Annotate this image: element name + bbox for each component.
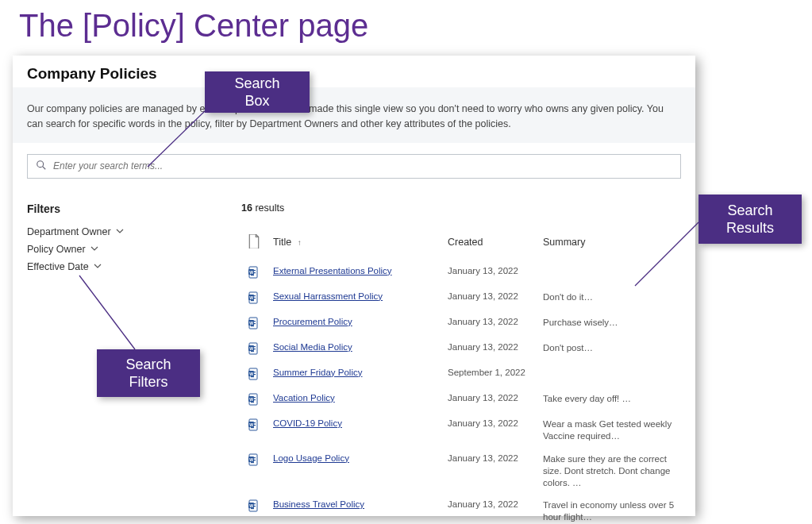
result-created: January 13, 2022 <box>441 286 537 311</box>
result-created: September 1, 2022 <box>441 362 537 387</box>
result-summary: Take every day off! … <box>537 387 681 413</box>
chevron-down-icon <box>94 261 102 272</box>
svg-rect-35 <box>251 402 254 403</box>
result-title-link[interactable]: Business Travel Policy <box>273 499 364 509</box>
result-title-link[interactable]: Logo Usage Policy <box>273 453 349 463</box>
filter-label: Department Owner <box>27 226 111 237</box>
filter-department-owner[interactable]: Department Owner <box>27 223 210 241</box>
results-count-number: 16 <box>241 202 252 214</box>
callout-search-filters: SearchFilters <box>97 349 200 397</box>
result-title-link[interactable]: Procurement Policy <box>273 317 352 326</box>
result-summary: Travel in economy unless over 5 hour fli… <box>537 494 681 524</box>
result-summary <box>537 362 681 387</box>
filters-heading: Filters <box>27 202 210 215</box>
svg-line-1 <box>43 166 46 169</box>
svg-rect-23 <box>251 351 254 352</box>
table-row: WSummer Friday PolicySeptember 1, 2022 <box>241 362 681 387</box>
column-header-created[interactable]: Created <box>441 231 537 260</box>
svg-text:W: W <box>249 422 253 426</box>
result-summary: Don't do it… <box>537 286 681 311</box>
svg-text:W: W <box>249 320 253 325</box>
result-title-link[interactable]: Sexual Harrassment Policy <box>273 291 383 301</box>
word-document-icon: W <box>248 418 260 431</box>
svg-rect-17 <box>251 326 254 326</box>
filter-label: Policy Owner <box>27 244 86 255</box>
filter-effective-date[interactable]: Effective Date <box>27 258 210 275</box>
table-row: WSocial Media PolicyJanuary 13, 2022Don'… <box>241 337 681 362</box>
document-icon <box>248 240 260 251</box>
word-document-icon: W <box>248 342 260 355</box>
page-title: Company Policies <box>27 65 681 83</box>
result-title-link[interactable]: External Presentations Policy <box>273 266 392 275</box>
column-header-icon <box>241 231 267 260</box>
result-title-link[interactable]: Vacation Policy <box>273 393 335 403</box>
table-row: WExternal Presentations PolicyJanuary 13… <box>241 260 681 286</box>
results-panel: 16 results Title ↑ <box>241 202 681 525</box>
word-document-icon: W <box>248 291 260 304</box>
slide-title: The [Policy] Center page <box>0 0 812 44</box>
svg-rect-47 <box>251 462 254 463</box>
result-summary: Make sure they are the correct size. Don… <box>537 448 681 495</box>
result-created: January 13, 2022 <box>441 387 537 413</box>
svg-rect-41 <box>251 427 254 428</box>
result-title-link[interactable]: COVID-19 Policy <box>273 418 342 428</box>
table-row: WSexual Harrassment PolicyJanuary 13, 20… <box>241 286 681 311</box>
result-created: January 13, 2022 <box>441 448 537 495</box>
column-header-summary[interactable]: Summary <box>537 231 681 260</box>
svg-text:W: W <box>249 269 253 274</box>
sort-ascending-icon: ↑ <box>298 238 302 247</box>
svg-rect-29 <box>251 376 254 377</box>
result-title-link[interactable]: Social Media Policy <box>273 342 352 352</box>
chevron-down-icon <box>90 244 98 255</box>
result-summary: Wear a mask Get tested weekly Vaccine re… <box>537 413 681 448</box>
table-row: WProcurement PolicyJanuary 13, 2022Purch… <box>241 311 681 337</box>
word-document-icon: W <box>248 453 260 466</box>
filter-label: Effective Date <box>27 261 89 272</box>
word-document-icon: W <box>248 317 260 329</box>
filter-policy-owner[interactable]: Policy Owner <box>27 241 210 258</box>
search-box[interactable] <box>27 154 681 179</box>
svg-point-0 <box>37 160 44 167</box>
svg-text:W: W <box>249 396 253 401</box>
result-title-link[interactable]: Summer Friday Policy <box>273 368 362 377</box>
svg-text:W: W <box>249 371 253 376</box>
svg-rect-5 <box>251 275 254 275</box>
table-row: WVacation PolicyJanuary 13, 2022Take eve… <box>241 387 681 413</box>
results-count: 16 results <box>241 202 681 214</box>
table-row: WCOVID-19 PolicyJanuary 13, 2022Wear a m… <box>241 413 681 448</box>
word-document-icon: W <box>248 393 260 406</box>
svg-text:W: W <box>249 295 253 299</box>
result-summary: Purchase wisely… <box>537 311 681 337</box>
word-document-icon: W <box>248 499 260 512</box>
svg-text:W: W <box>249 345 253 350</box>
column-header-title[interactable]: Title ↑ <box>267 231 441 260</box>
result-created: January 13, 2022 <box>441 311 537 337</box>
chevron-down-icon <box>116 226 124 237</box>
table-row: WBusiness Travel PolicyJanuary 13, 2022T… <box>241 494 681 524</box>
svg-rect-11 <box>251 300 254 301</box>
table-row: WLogo Usage PolicyJanuary 13, 2022Make s… <box>241 448 681 495</box>
search-input[interactable] <box>53 160 672 171</box>
svg-rect-53 <box>251 508 254 509</box>
result-created: January 13, 2022 <box>441 494 537 524</box>
search-icon <box>36 160 53 173</box>
callout-search-results: SearchResults <box>698 195 802 244</box>
results-table: Title ↑ Created Summary WExternal Presen… <box>241 231 681 525</box>
result-created: January 13, 2022 <box>441 413 537 448</box>
callout-search-box: SearchBox <box>205 71 310 113</box>
svg-text:W: W <box>249 457 253 461</box>
result-created: January 13, 2022 <box>441 260 537 286</box>
results-count-label: results <box>255 202 284 214</box>
intro-description: Our company policies are managed by each… <box>13 87 695 143</box>
result-summary: Don't post… <box>537 337 681 362</box>
word-document-icon: W <box>248 368 260 380</box>
result-summary <box>537 260 681 286</box>
svg-text:W: W <box>249 503 253 508</box>
word-document-icon: W <box>248 266 260 279</box>
policy-center-app: Company Policies Our company policies ar… <box>13 56 695 516</box>
result-created: January 13, 2022 <box>441 337 537 362</box>
